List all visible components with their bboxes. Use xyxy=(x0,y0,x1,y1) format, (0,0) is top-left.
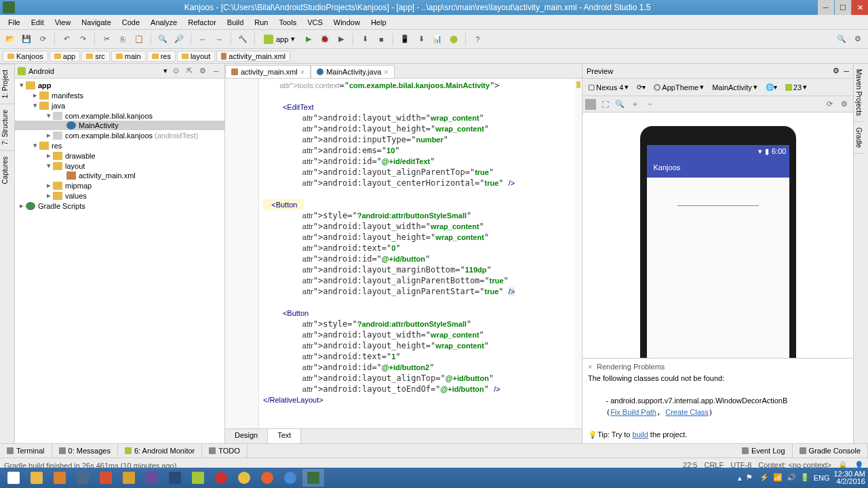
task-ps[interactable] xyxy=(164,469,186,487)
task-app2[interactable] xyxy=(72,469,94,487)
crumb-file[interactable]: activity_main.xml xyxy=(216,51,290,62)
menu-run[interactable]: Run xyxy=(249,17,273,28)
start-button[interactable] xyxy=(3,469,24,487)
tab-activity-xml[interactable]: activity_main.xml× xyxy=(225,65,311,78)
tab-main-activity[interactable]: MainActivity.java× xyxy=(311,65,395,78)
tree-res[interactable]: ▾res xyxy=(15,140,224,150)
run-icon[interactable]: ▶ xyxy=(301,32,316,47)
crumb-main[interactable]: main xyxy=(111,51,146,62)
activity-selector[interactable]: MainActivity▾ xyxy=(709,81,760,93)
hide-icon[interactable]: ─ xyxy=(844,67,849,75)
locale-icon[interactable]: 🌐▾ xyxy=(763,82,780,92)
tree-manifests[interactable]: ▸manifests xyxy=(15,90,224,100)
task-vs[interactable] xyxy=(141,469,163,487)
maximize-button[interactable]: ☐ xyxy=(835,0,851,15)
close-button[interactable]: ✕ xyxy=(852,0,868,15)
crumb-src[interactable]: src xyxy=(81,51,110,62)
menu-code[interactable]: Code xyxy=(117,17,145,28)
menu-help[interactable]: Help xyxy=(366,17,392,28)
fix-build-path-link[interactable]: Fix Build Path xyxy=(610,408,656,416)
cut-icon[interactable]: ✂ xyxy=(99,32,114,47)
menu-analyze[interactable]: Analyze xyxy=(145,17,182,28)
stop-icon[interactable]: ■ xyxy=(374,32,389,47)
gear-icon[interactable]: ⚙ xyxy=(197,66,208,77)
close-tab-icon[interactable]: × xyxy=(300,68,304,76)
make-icon[interactable]: 🔨 xyxy=(235,32,250,47)
help-icon[interactable]: ? xyxy=(470,32,485,47)
replace-icon[interactable]: 🔎 xyxy=(172,32,186,47)
tree-java[interactable]: ▾java xyxy=(15,100,224,110)
tab-text[interactable]: Text xyxy=(268,429,301,443)
zoom-out-icon[interactable]: － xyxy=(644,98,656,110)
tree-main-activity[interactable]: MainActivity xyxy=(15,121,224,130)
api-selector[interactable]: 23▾ xyxy=(783,81,810,93)
tree-layout[interactable]: ▾layout xyxy=(15,161,224,171)
gear-icon[interactable]: ⚙ xyxy=(838,98,850,110)
forward-icon[interactable]: → xyxy=(212,32,226,47)
sdk-icon[interactable]: ⬇ xyxy=(414,32,429,47)
build-link[interactable]: build xyxy=(633,430,648,439)
tab-project[interactable]: 1: Project xyxy=(0,64,14,104)
theme-selector[interactable]: AppTheme▾ xyxy=(651,81,707,93)
sync-icon[interactable]: ⟳ xyxy=(35,32,50,47)
project-tree[interactable]: ▾app ▸manifests ▾java ▾com.example.bilal… xyxy=(15,79,224,443)
crumb-res[interactable]: res xyxy=(147,51,176,62)
menu-vcs[interactable]: VCS xyxy=(302,17,328,28)
run-config-selector[interactable]: app ▾ xyxy=(259,33,300,46)
menu-tools[interactable]: Tools xyxy=(273,17,302,28)
network-icon[interactable]: 📶 xyxy=(773,473,783,483)
run-coverage-icon[interactable]: ▶ xyxy=(334,32,349,47)
find-icon[interactable]: 🔍 xyxy=(155,32,170,47)
tree-values[interactable]: ▸values xyxy=(15,190,224,201)
tree-package-test[interactable]: ▸com.example.bilal.kanjoos (androidTest) xyxy=(15,130,224,140)
zoom-actual-icon[interactable]: 🔍 xyxy=(614,98,626,110)
task-chrome2[interactable] xyxy=(279,469,301,487)
undo-icon[interactable]: ↶ xyxy=(59,32,74,47)
tray-expand-icon[interactable]: ▴ xyxy=(738,474,742,483)
tab-android-monitor[interactable]: 6: Android Monitor xyxy=(118,444,202,458)
tab-gradle-console[interactable]: Gradle Console xyxy=(793,444,868,458)
task-explorer[interactable] xyxy=(26,469,47,487)
preview-canvas[interactable]: ▾ ▮ 6:00 Kanjoos 0 1 ↖ xyxy=(583,113,853,358)
tab-design[interactable]: Design xyxy=(225,429,268,443)
language-indicator[interactable]: ENG xyxy=(814,474,830,482)
task-android-studio[interactable] xyxy=(302,469,324,487)
tab-gradle[interactable]: Gradle xyxy=(854,122,864,154)
menu-build[interactable]: Build xyxy=(222,17,249,28)
task-android[interactable] xyxy=(187,469,209,487)
redo-icon[interactable]: ↷ xyxy=(75,32,90,47)
menu-edit[interactable]: Edit xyxy=(26,17,50,28)
menu-navigate[interactable]: Navigate xyxy=(76,17,116,28)
tab-maven[interactable]: Maven Projects xyxy=(854,64,864,122)
tab-event-log[interactable]: Event Log xyxy=(735,444,793,458)
paste-icon[interactable]: 📋 xyxy=(132,32,146,47)
tab-todo[interactable]: TODO xyxy=(202,444,248,458)
hide-icon[interactable]: ─ xyxy=(211,66,222,77)
debug-icon[interactable]: 🐞 xyxy=(317,32,332,47)
task-app3[interactable] xyxy=(95,469,117,487)
settings-icon[interactable]: ⚙ xyxy=(850,32,865,47)
viewport-icon[interactable] xyxy=(585,99,596,110)
open-icon[interactable]: 📂 xyxy=(3,32,18,47)
close-icon[interactable]: × xyxy=(588,363,592,371)
crumb-layout[interactable]: layout xyxy=(177,51,215,62)
date[interactable]: 4/2/2016 xyxy=(834,478,865,485)
create-class-link[interactable]: Create Class xyxy=(665,408,709,416)
device-selector[interactable]: ▢Nexus 4▾ xyxy=(585,81,631,93)
tree-app[interactable]: ▾app xyxy=(15,80,224,90)
task-app1[interactable] xyxy=(49,469,71,487)
zoom-in-icon[interactable]: ＋ xyxy=(629,98,641,110)
menu-view[interactable]: View xyxy=(50,17,77,28)
task-firefox[interactable] xyxy=(256,469,278,487)
volume-icon[interactable]: 🔊 xyxy=(787,473,796,483)
editor-gutter[interactable] xyxy=(225,79,259,428)
battery-icon[interactable]: 🔋 xyxy=(800,473,810,483)
tray-icon[interactable]: ⚑ xyxy=(746,473,755,483)
tree-mipmap[interactable]: ▸mipmap xyxy=(15,180,224,190)
project-view-selector[interactable]: Android xyxy=(28,67,161,75)
tab-structure[interactable]: 7: Structure xyxy=(0,104,14,150)
task-opera[interactable] xyxy=(210,469,232,487)
android-robot-icon[interactable]: ⬤ xyxy=(446,32,461,47)
task-app4[interactable] xyxy=(118,469,140,487)
avd-icon[interactable]: 📱 xyxy=(397,32,412,47)
